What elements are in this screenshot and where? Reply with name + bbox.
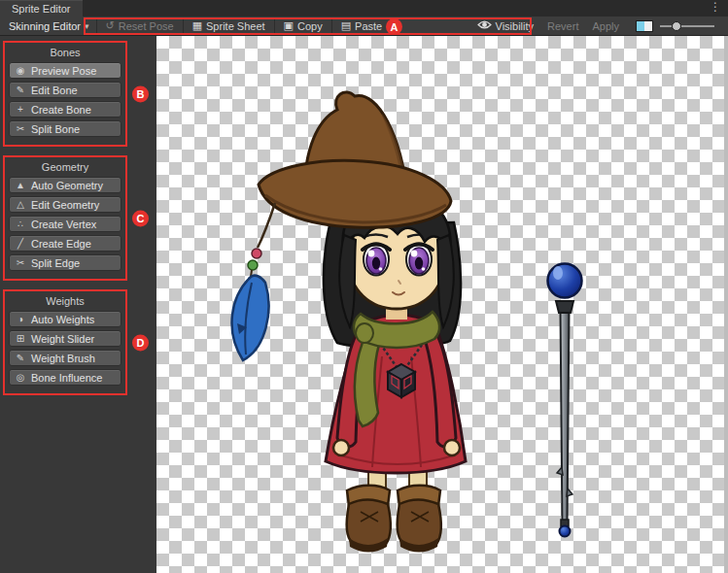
hat bbox=[259, 92, 451, 227]
edit-geometry-icon: △ bbox=[15, 200, 26, 210]
eye-icon bbox=[477, 19, 492, 32]
visibility-toggle-button[interactable]: Visibility bbox=[470, 17, 541, 35]
auto-geometry-button[interactable]: ▲ Auto Geometry bbox=[9, 177, 121, 193]
auto-weights-button[interactable]: ◑ Auto Weights bbox=[9, 311, 121, 327]
zoom-slider-handle[interactable] bbox=[672, 21, 681, 31]
paste-icon: ▤ bbox=[341, 20, 351, 31]
reset-pose-icon: ↺ bbox=[106, 20, 115, 31]
preview-pose-icon: ◉ bbox=[15, 66, 26, 76]
cube-pendant bbox=[388, 364, 415, 397]
tools-sidebar: B Bones ◉ Preview Pose ✎ Edit Bone + Cre… bbox=[0, 36, 156, 573]
copy-icon: ▣ bbox=[284, 20, 294, 31]
reset-pose-button[interactable]: ↺ Reset Pose bbox=[99, 17, 181, 35]
revert-button[interactable]: Revert bbox=[540, 17, 585, 35]
scarf-knot bbox=[356, 323, 373, 343]
sprite-editor-tab-label: Sprite Editor bbox=[12, 3, 71, 15]
window-tab-bar: Sprite Editor ⋮ bbox=[0, 0, 728, 17]
auto-geometry-icon: ▲ bbox=[15, 181, 26, 190]
edit-geometry-button[interactable]: △ Edit Geometry bbox=[9, 196, 121, 213]
weight-slider-button[interactable]: ⊞ Weight Slider bbox=[9, 330, 121, 347]
split-bone-button[interactable]: ✂ Split Bone bbox=[9, 120, 121, 137]
skinning-editor-dropdown-label: Skinning Editor bbox=[9, 20, 81, 32]
toolbar-divider bbox=[331, 19, 332, 33]
preview-pose-button[interactable]: ◉ Preview Pose bbox=[9, 62, 121, 79]
boot-left bbox=[347, 486, 391, 553]
sprite-editor-window: Sprite Editor ⋮ A Skinning Editor ▾ ↺ Re… bbox=[0, 0, 728, 573]
bones-panel-title: Bones bbox=[5, 47, 125, 58]
bead-green bbox=[248, 260, 258, 270]
hat-charm bbox=[232, 203, 275, 360]
annotation-badge-c: C bbox=[132, 210, 149, 226]
zoom-slider[interactable] bbox=[660, 19, 714, 33]
create-vertex-icon: ∴ bbox=[15, 219, 26, 229]
apply-button[interactable]: Apply bbox=[585, 17, 626, 35]
bone-influence-icon: ◎ bbox=[15, 373, 26, 383]
zoom-slider-track bbox=[660, 25, 714, 27]
create-edge-icon: ╱ bbox=[15, 239, 26, 249]
chevron-down-icon: ▾ bbox=[85, 21, 89, 31]
skinning-editor-dropdown[interactable]: Skinning Editor ▾ bbox=[4, 18, 94, 34]
eye-right bbox=[405, 244, 433, 276]
sprite-sheet-icon: ▦ bbox=[192, 20, 202, 31]
character-sprite[interactable] bbox=[232, 92, 466, 553]
bones-panel: B Bones ◉ Preview Pose ✎ Edit Bone + Cre… bbox=[3, 41, 127, 147]
weight-brush-icon: ✎ bbox=[15, 354, 26, 363]
geometry-panel-title: Geometry bbox=[5, 161, 125, 173]
sprite-sheet-button[interactable]: ▦ Sprite Sheet bbox=[186, 17, 272, 35]
weight-brush-button[interactable]: ✎ Weight Brush bbox=[9, 350, 121, 366]
geometry-panel: C Geometry ▲ Auto Geometry △ Edit Geomet… bbox=[3, 155, 127, 281]
copy-button[interactable]: ▣ Copy bbox=[277, 17, 329, 35]
create-edge-button[interactable]: ╱ Create Edge bbox=[9, 235, 121, 252]
weights-panel-title: Weights bbox=[5, 295, 125, 307]
bead-red bbox=[252, 249, 261, 258]
split-bone-icon: ✂ bbox=[15, 124, 26, 134]
auto-weights-icon: ◑ bbox=[15, 315, 26, 324]
paste-button[interactable]: ▤ Paste bbox=[334, 17, 390, 35]
split-edge-button[interactable]: ✂ Split Edge bbox=[9, 254, 121, 271]
toolbar-divider bbox=[96, 19, 97, 33]
canvas-right-gutter bbox=[724, 36, 728, 573]
hand-right bbox=[444, 440, 460, 455]
main-area: B Bones ◉ Preview Pose ✎ Edit Bone + Cre… bbox=[0, 36, 728, 573]
sprite-canvas-art bbox=[156, 36, 724, 573]
weights-panel: D Weights ◑ Auto Weights ⊞ Weight Slider… bbox=[3, 289, 127, 395]
edit-bone-icon: ✎ bbox=[15, 85, 26, 95]
boot-right bbox=[398, 486, 441, 553]
annotation-badge-b: B bbox=[132, 85, 149, 102]
sprite-editor-tab[interactable]: Sprite Editor bbox=[0, 0, 83, 17]
bone-influence-button[interactable]: ◎ Bone Influence bbox=[9, 369, 121, 386]
overflow-menu-icon[interactable]: ⋮ bbox=[703, 0, 728, 17]
staff-sprite[interactable] bbox=[548, 264, 582, 537]
toolbar-divider bbox=[183, 19, 184, 33]
toolbar-divider bbox=[274, 19, 275, 33]
weight-slider-icon: ⊞ bbox=[15, 334, 26, 344]
create-bone-button[interactable]: + Create Bone bbox=[9, 101, 121, 118]
eye-left bbox=[363, 244, 390, 276]
toolbar: A Skinning Editor ▾ ↺ Reset Pose ▦ Sprit… bbox=[0, 17, 728, 36]
create-bone-icon: + bbox=[15, 105, 26, 115]
create-vertex-button[interactable]: ∴ Create Vertex bbox=[9, 216, 121, 232]
split-edge-icon: ✂ bbox=[15, 258, 26, 268]
annotation-badge-a: A bbox=[386, 18, 402, 35]
edit-bone-button[interactable]: ✎ Edit Bone bbox=[9, 82, 121, 98]
annotation-badge-d: D bbox=[132, 334, 149, 351]
texture-channel-swatch[interactable] bbox=[636, 20, 653, 32]
hand-left bbox=[333, 440, 349, 455]
sprite-canvas[interactable] bbox=[156, 36, 724, 573]
